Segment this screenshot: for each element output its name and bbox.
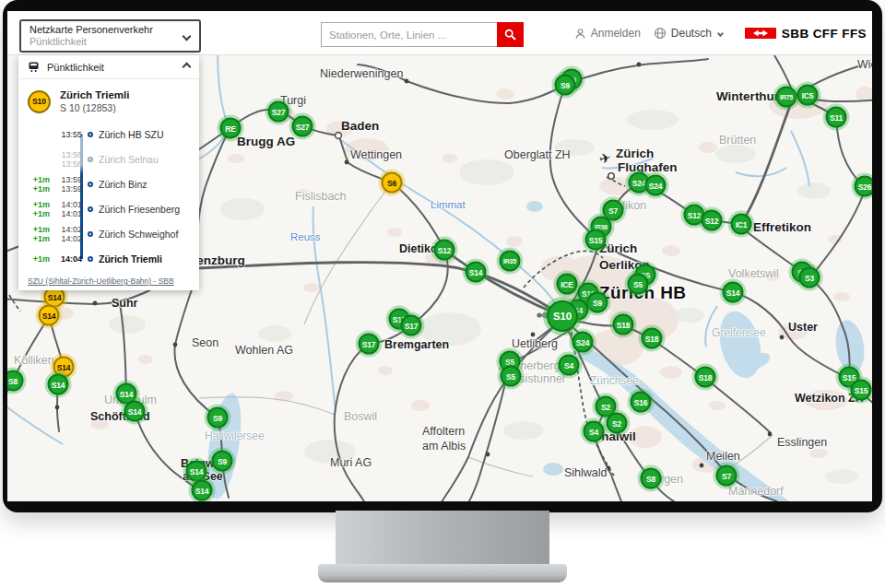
- stop-node-icon: [88, 231, 93, 237]
- sbb-arrows-icon: [745, 28, 776, 39]
- line-badge-s9[interactable]: S9: [587, 292, 608, 313]
- line-badge-s24[interactable]: S24: [645, 175, 667, 196]
- line-badge-ice[interactable]: ICE: [557, 274, 578, 295]
- layer-select-sublabel: Pünktlichkeit: [30, 36, 179, 48]
- line-badge-s2[interactable]: S2: [607, 413, 628, 434]
- line-badge-s3[interactable]: S3: [799, 267, 820, 288]
- train-line-badge: S10: [28, 90, 51, 113]
- line-badge-s17[interactable]: S17: [359, 334, 380, 355]
- line-badge-s18[interactable]: S18: [695, 367, 716, 388]
- chevron-down-icon: [183, 32, 192, 41]
- person-icon: [574, 28, 586, 40]
- stop-node-icon: [88, 132, 93, 137]
- operator-link[interactable]: SZU (Sihltal-Zürich-Uetliberg-Bahn) - SB…: [28, 276, 174, 286]
- line-badge-s10[interactable]: S10: [547, 300, 578, 332]
- line-badge-s4[interactable]: S4: [559, 355, 580, 376]
- chevron-up-icon: [183, 63, 192, 72]
- line-badge-s26[interactable]: S26: [855, 176, 873, 197]
- line-badge-s6[interactable]: S6: [382, 172, 403, 194]
- search-icon: [504, 29, 516, 41]
- stop-node-icon: [88, 206, 93, 212]
- train-details-panel: Pünktlichkeit S10 Zürich Triemli S 10 (1…: [18, 55, 199, 290]
- line-badge-ir75[interactable]: IR75: [776, 87, 797, 108]
- line-badge-s7[interactable]: S7: [716, 465, 738, 487]
- line-badge-s15[interactable]: S15: [851, 380, 872, 401]
- panel-header[interactable]: Pünktlichkeit: [18, 55, 199, 79]
- line-badge-s9[interactable]: S9: [212, 451, 233, 472]
- line-badge-ic1[interactable]: IC1: [731, 214, 752, 235]
- search-input[interactable]: [321, 22, 497, 47]
- train-icon: [28, 62, 40, 72]
- line-badge-s14[interactable]: S14: [186, 461, 207, 482]
- stop-row-z-rich-friesenberg[interactable]: +1m+1m14:0114:01Zürich Friesenberg: [18, 196, 199, 221]
- stop-row-z-rich-binz[interactable]: +1m+1m13:5913:59Zürich Binz: [18, 171, 199, 196]
- line-badge-s12[interactable]: S12: [434, 240, 455, 261]
- line-badge-s14[interactable]: S14: [48, 374, 69, 395]
- line-badge-s27[interactable]: S27: [292, 116, 313, 137]
- search-button[interactable]: [497, 22, 524, 47]
- stop-row-z-rich-selnau[interactable]: 13:5613:56Zürich Selnau: [18, 147, 199, 171]
- line-badge-s8[interactable]: S8: [641, 468, 662, 489]
- line-badge-s14[interactable]: S14: [124, 401, 146, 422]
- train-summary: S10 Zürich Triemli S 10 (12853): [18, 79, 199, 114]
- stops-timeline: 13:55Zürich HB SZU13:5613:56Zürich Selna…: [18, 122, 199, 271]
- train-name: Zürich Triemli: [60, 88, 129, 101]
- line-badge-s5[interactable]: S5: [628, 274, 649, 295]
- line-badge-s24[interactable]: S24: [572, 332, 594, 353]
- layer-select-value: Netzkarte Personenverkehr: [30, 24, 179, 36]
- line-badge-re[interactable]: RE: [220, 118, 242, 139]
- line-badge-s9[interactable]: S9: [555, 75, 576, 96]
- train-line-info: S 10 (12853): [60, 101, 129, 114]
- sbb-logo[interactable]: SBB CFF FFS: [745, 27, 867, 41]
- app-window: NiederweningenTurgiBadenBrugg AGWettinge…: [7, 11, 872, 501]
- line-badge-s14[interactable]: S14: [466, 262, 487, 283]
- line-badge-ir35[interactable]: IR35: [500, 251, 521, 272]
- stop-row-z-rich-triemli[interactable]: +1m14:04Zürich Triemli: [18, 246, 199, 271]
- line-badge-s18[interactable]: S18: [642, 328, 663, 349]
- stop-node-icon: [88, 182, 93, 187]
- line-badge-s14[interactable]: S14: [39, 305, 60, 326]
- line-badge-s16[interactable]: S16: [631, 392, 652, 413]
- monitor-stand-base: [318, 564, 567, 582]
- line-badge-s14[interactable]: S14: [723, 282, 744, 303]
- stop-row-z-rich-schweighof[interactable]: +1m+1m14:0214:02Zürich Schweighof: [18, 221, 199, 246]
- line-badge-s9[interactable]: S9: [207, 407, 229, 429]
- language-selector[interactable]: Deutsch: [654, 27, 723, 40]
- line-badge-s18[interactable]: S18: [613, 314, 634, 335]
- line-badge-s17[interactable]: S17: [401, 315, 422, 336]
- globe-icon: [654, 27, 667, 40]
- monitor-scene: NiederweningenTurgiBadenBrugg AGWettinge…: [0, 0, 885, 588]
- login-button[interactable]: Anmelden: [574, 27, 641, 40]
- login-label: Anmelden: [591, 27, 641, 40]
- chevron-down-icon: [717, 29, 724, 36]
- line-badge-s14[interactable]: S14: [192, 480, 213, 501]
- top-bar: Netzkarte Personenverkehr Pünktlichkeit: [7, 11, 872, 55]
- language-label: Deutsch: [671, 27, 712, 40]
- line-badge-s27[interactable]: S27: [268, 101, 289, 123]
- line-badge-s4[interactable]: S4: [584, 421, 605, 442]
- stop-row-z-rich-hb-szu[interactable]: 13:55Zürich HB SZU: [18, 122, 199, 147]
- layer-select-dropdown[interactable]: Netzkarte Personenverkehr Pünktlichkeit: [19, 19, 201, 53]
- stop-node-icon: [88, 256, 93, 262]
- search-bar: [321, 22, 524, 47]
- stop-node-icon: [88, 157, 93, 162]
- sbb-logo-text: SBB CFF FFS: [782, 27, 867, 41]
- line-badge-s5[interactable]: S5: [501, 366, 522, 387]
- top-right-cluster: Anmelden Deutsch SBB CFF: [574, 11, 867, 55]
- monitor-stand-neck: [336, 511, 549, 566]
- line-badge-s15[interactable]: S15: [585, 229, 607, 251]
- panel-title: Pünktlichkeit: [47, 62, 176, 73]
- line-badge-s12[interactable]: S12: [702, 210, 723, 231]
- line-badge-s11[interactable]: S11: [826, 107, 847, 128]
- line-badge-s8[interactable]: S8: [7, 370, 24, 392]
- line-badge-ic5[interactable]: IC5: [797, 85, 819, 106]
